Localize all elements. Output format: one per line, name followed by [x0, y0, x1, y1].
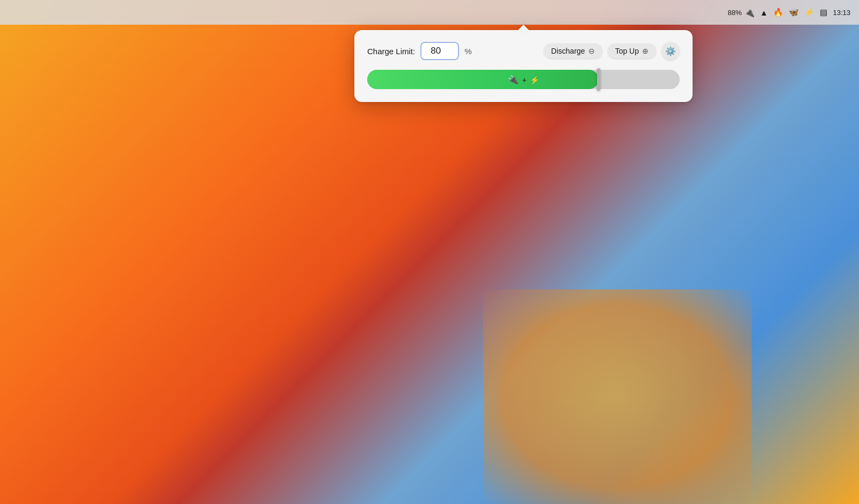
plus-circle-icon: ⊕ [642, 47, 649, 55]
settings-button[interactable]: ⚙️ [661, 42, 680, 60]
discharge-button[interactable]: Discharge ⊖ [544, 43, 602, 59]
focus-icon[interactable]: ▲ [760, 8, 768, 17]
plug-icon: 🔌 [508, 75, 519, 85]
slider-thumb[interactable] [597, 68, 600, 91]
top-up-label: Top Up [615, 47, 639, 55]
battery-popup: Charge Limit: % Discharge ⊖ Top Up ⊕ ⚙️ [354, 30, 693, 102]
battery-status-icons: 🔌 + ⚡ [508, 75, 538, 85]
battery-charging-menubar-icon: 🔌 [744, 8, 755, 18]
desktop-blob [483, 289, 752, 504]
flame-icon[interactable]: 🔥 [773, 8, 783, 17]
gear-icon: ⚙️ [665, 46, 676, 56]
charge-limit-section: Charge Limit: % [367, 42, 472, 60]
minus-circle-icon: ⊖ [588, 47, 595, 55]
lightning-icon: ⚡ [530, 75, 539, 84]
action-buttons: Discharge ⊖ Top Up ⊕ ⚙️ [544, 42, 680, 60]
butterfly-icon[interactable]: 🦋 [789, 8, 799, 17]
charge-limit-input[interactable] [420, 42, 459, 60]
battery-slider-container[interactable]: 🔌 + ⚡ [367, 70, 680, 89]
display-manager-icon[interactable]: ▤ [820, 8, 827, 17]
menubar: 88% 🔌 ▲ 🔥 🦋 ⚡ ▤ 13:13 [0, 0, 859, 25]
battery-fill [367, 70, 599, 89]
charge-limit-unit: % [464, 47, 471, 56]
battery-track: 🔌 + ⚡ [367, 70, 680, 89]
battery-percent: 88% 🔌 [728, 8, 755, 18]
charge-limit-label: Charge Limit: [367, 47, 415, 56]
battery-charging-icon[interactable]: ⚡ [804, 8, 814, 17]
menubar-right: 88% 🔌 ▲ 🔥 🦋 ⚡ ▤ 13:13 [728, 8, 850, 18]
clock: 13:13 [833, 9, 850, 17]
top-up-button[interactable]: Top Up ⊕ [608, 43, 656, 59]
popup-top-row: Charge Limit: % Discharge ⊖ Top Up ⊕ ⚙️ [367, 42, 680, 60]
discharge-label: Discharge [551, 47, 585, 55]
plus-icon: + [522, 75, 526, 84]
